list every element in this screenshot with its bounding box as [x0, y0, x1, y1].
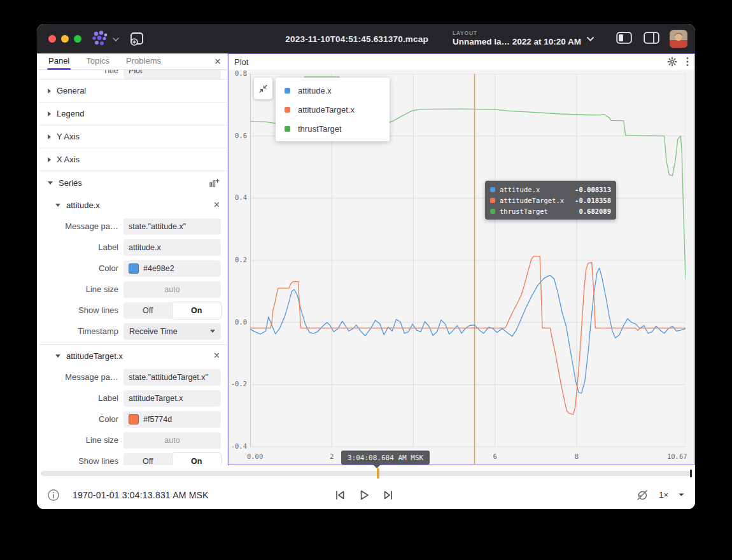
add-series-icon[interactable] — [209, 178, 220, 188]
color-label: Color — [47, 263, 118, 273]
title-field-input[interactable]: Plot — [123, 70, 221, 79]
show-lines-on-button[interactable]: On — [172, 302, 222, 319]
y-tick-label: 0.0 — [228, 318, 247, 326]
app-window: 2023-11-10T04:51:45.631370.mcap LAYOUT U… — [37, 24, 695, 509]
zoom-window-button[interactable] — [74, 35, 81, 43]
info-icon[interactable] — [47, 489, 60, 501]
legend-swatch — [285, 107, 290, 113]
section-series[interactable]: Series — [37, 171, 227, 194]
plot-panel-header: Plot — [228, 53, 695, 70]
add-panel-icon[interactable] — [129, 31, 145, 47]
series-attitude-x-header[interactable]: attitude.x × — [37, 194, 227, 216]
y-tick-label: 0.4 — [228, 193, 247, 201]
tooltip-series-name: thrustTarget — [500, 207, 548, 215]
show-lines-toggle: Off On — [123, 453, 221, 466]
timeline-scrubber[interactable] — [41, 471, 691, 476]
y-tick-label: 0.6 — [228, 132, 247, 139]
collapse-arrows-icon — [258, 84, 268, 94]
tooltip-swatch — [490, 187, 495, 192]
tab-panel[interactable]: Panel — [47, 53, 71, 69]
legend-item-thrustTarget[interactable]: thrustTarget — [276, 119, 390, 138]
plot-legend: attitude.xattitudeTarget.xthrustTarget — [276, 78, 390, 141]
line-size-input[interactable]: auto — [123, 281, 221, 298]
section-y-axis[interactable]: Y Axis — [37, 125, 227, 148]
caret-right-icon — [48, 134, 51, 139]
color-value: #f5774d — [143, 415, 172, 424]
minimize-window-button[interactable] — [61, 35, 69, 43]
foxglove-logo-icon[interactable] — [90, 30, 109, 48]
left-sidebar-toggle-icon[interactable] — [616, 32, 632, 46]
speed-chevron-icon[interactable] — [678, 493, 685, 497]
section-x-axis[interactable]: X Axis — [37, 148, 227, 171]
title-field-row-clipped: Title Plot — [37, 70, 227, 80]
line-size-label: Line size — [47, 435, 118, 445]
message-path-label: Message pa… — [47, 372, 118, 382]
color-swatch[interactable] — [129, 414, 139, 424]
section-general[interactable]: General — [37, 80, 227, 102]
layout-chevron-icon — [586, 36, 595, 42]
show-lines-off-button[interactable]: Off — [123, 453, 172, 466]
color-input[interactable]: #4e98e2 — [123, 260, 221, 277]
right-sidebar-toggle-icon[interactable] — [644, 32, 659, 46]
section-x-axis-label: X Axis — [57, 155, 80, 164]
color-label: Color — [47, 414, 118, 424]
y-tick-label: 0.2 — [228, 256, 247, 263]
loop-off-icon[interactable] — [635, 488, 649, 502]
plot-chart-area[interactable]: 0.80.60.40.20.0-0.2-0.40.00246810.67 att… — [228, 70, 695, 465]
tab-problems[interactable]: Problems — [125, 53, 162, 69]
label-input[interactable]: attitudeTarget.x — [123, 390, 221, 407]
caret-down-icon — [55, 204, 60, 207]
tooltip-row-attitudeTarget.x: attitudeTarget.x-0.018358 — [490, 195, 611, 206]
time-tooltip: 3:04:08.684 AM MSK — [341, 451, 430, 465]
remove-series-icon[interactable]: × — [214, 200, 220, 210]
panel-menu-kebab-icon[interactable] — [686, 57, 689, 67]
value-tooltip: attitude.x-0.008313attitudeTarget.x-0.01… — [485, 181, 616, 220]
y-tick-label: -0.4 — [228, 442, 247, 450]
message-path-input[interactable]: state."attitudeTarget.x" — [123, 369, 221, 386]
seek-forward-button[interactable] — [381, 488, 395, 502]
sidebar-close-icon[interactable]: × — [215, 56, 221, 67]
section-legend[interactable]: Legend — [37, 102, 227, 125]
line-size-input[interactable]: auto — [123, 432, 221, 449]
caret-right-icon — [48, 157, 51, 162]
seek-backward-button[interactable] — [333, 488, 347, 502]
message-path-input[interactable]: state."attitude.x" — [123, 218, 221, 235]
legend-item-attitude.x[interactable]: attitude.x — [276, 81, 390, 100]
tooltip-series-name: attitude.x — [500, 186, 540, 193]
playback-speed[interactable]: 1× — [659, 490, 668, 500]
legend-collapse-button[interactable] — [254, 78, 272, 99]
panel-settings-gear-icon[interactable] — [667, 57, 677, 67]
section-general-label: General — [57, 86, 86, 95]
label-label: Label — [47, 242, 118, 252]
show-lines-off-button[interactable]: Off — [123, 302, 172, 319]
section-legend-label: Legend — [57, 109, 84, 118]
y-tick-label: -0.2 — [228, 380, 247, 388]
label-input[interactable]: attitude.x — [123, 239, 221, 256]
legend-item-attitudeTarget.x[interactable]: attitudeTarget.x — [276, 100, 390, 119]
tooltip-series-value: -0.008313 — [575, 186, 611, 193]
tooltip-row-thrustTarget: thrustTarget0.682089 — [490, 206, 611, 216]
remove-series-icon[interactable]: × — [214, 351, 220, 361]
avatar[interactable] — [670, 30, 687, 48]
tab-topics[interactable]: Topics — [85, 53, 111, 69]
show-lines-label: Show lines — [47, 305, 118, 315]
color-input[interactable]: #f5774d — [123, 411, 221, 428]
titlebar: 2023-11-10T04:51:45.631370.mcap LAYOUT U… — [37, 24, 695, 53]
legend-label: thrustTarget — [298, 124, 342, 134]
data-source-chevron-icon[interactable] — [112, 33, 120, 45]
close-window-button[interactable] — [48, 35, 56, 43]
timestamp-select[interactable]: Receive Time — [123, 323, 221, 340]
series-attitude-target-x-header[interactable]: attitudeTarget.x × — [37, 345, 227, 367]
show-lines-on-button[interactable]: On — [172, 453, 222, 466]
x-tick-label: 2 — [330, 452, 334, 460]
layout-picker[interactable]: LAYOUT Unnamed la… 2022 at 10:20 AM — [453, 31, 595, 46]
layout-label: LAYOUT — [453, 31, 581, 37]
line-size-label: Line size — [47, 284, 118, 294]
color-swatch[interactable] — [129, 263, 139, 274]
caret-down-icon — [55, 354, 60, 358]
section-series-label: Series — [59, 178, 82, 188]
sidebar-tabbar: Panel Topics Problems × — [37, 53, 227, 70]
plot-panel[interactable]: Plot 0.80.60.40.20. — [228, 53, 695, 465]
series-line-attitude.x — [250, 268, 686, 393]
play-button[interactable] — [357, 488, 371, 502]
